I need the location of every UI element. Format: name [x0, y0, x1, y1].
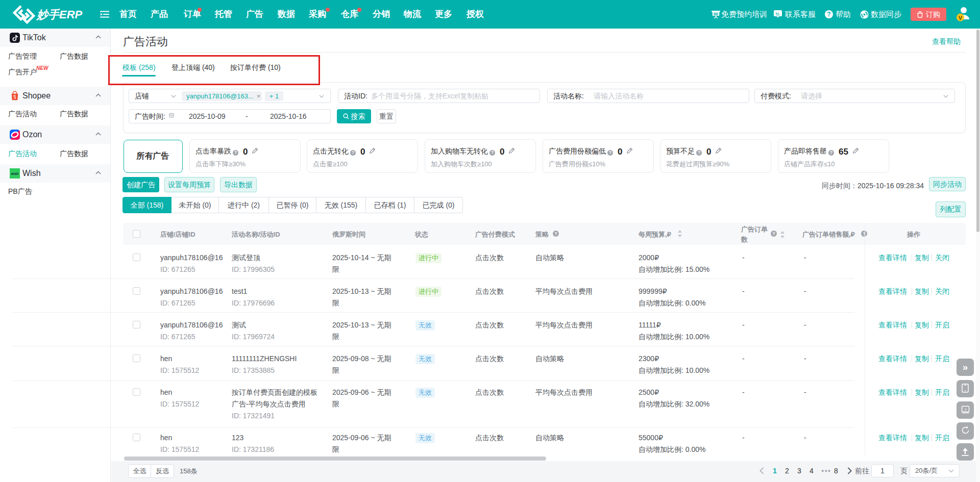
svg-text:?: ?	[964, 408, 967, 412]
svg-text:wish: wish	[11, 172, 19, 175]
svg-text:V: V	[959, 15, 963, 21]
